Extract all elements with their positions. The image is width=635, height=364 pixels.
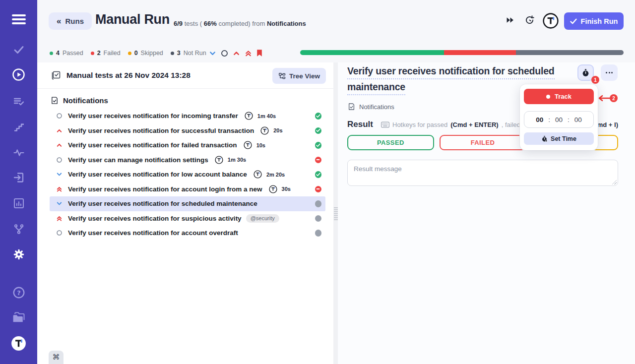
checkmark-nav-icon[interactable] xyxy=(0,44,37,56)
breadcrumb[interactable]: Notifications xyxy=(348,103,394,111)
back-to-runs-label: Runs xyxy=(65,17,84,25)
bookmark-filter-icon[interactable] xyxy=(256,49,262,57)
run-fraction: 6/9 xyxy=(174,20,183,27)
test-duration: 1m 40s xyxy=(257,113,276,119)
test-status-badge xyxy=(315,186,322,193)
command-palette-button[interactable]: ⌘ xyxy=(49,351,64,364)
testomat-logo-icon xyxy=(245,112,253,120)
test-duration: 20s xyxy=(273,127,282,133)
annotation-badge-2: 2 xyxy=(610,94,618,102)
progress-segment xyxy=(444,50,516,55)
sidebar: ? xyxy=(0,0,37,364)
timer-history-icon[interactable] xyxy=(524,15,535,25)
hotkeys-hint: Hotkeys for passed (Cmd + ENTER) , faile… xyxy=(381,121,524,128)
run-stats: 6/9 tests ( 66% completed) from Notifica… xyxy=(174,20,306,27)
test-title: Verify user receives notification for su… xyxy=(68,127,254,134)
panel-divider xyxy=(333,62,338,364)
svg-text:?: ? xyxy=(17,289,21,297)
steps-nav-icon[interactable] xyxy=(0,121,37,133)
divider-drag-handle[interactable] xyxy=(334,207,338,220)
record-dot-icon xyxy=(546,95,550,99)
test-status-badge xyxy=(315,142,322,149)
settings-gear-icon[interactable] xyxy=(0,248,37,261)
timer-seconds: 00 xyxy=(574,116,582,123)
test-row[interactable]: Verify user receives notification for su… xyxy=(50,123,325,138)
stopwatch-icon xyxy=(581,68,590,77)
chevron-down-filter-icon[interactable] xyxy=(209,50,216,57)
import-nav-icon[interactable] xyxy=(0,172,37,183)
status-label: Failed xyxy=(104,50,121,57)
priority-icon xyxy=(56,230,63,236)
help-icon[interactable]: ? xyxy=(0,286,37,299)
testomat-logo-icon xyxy=(260,126,269,135)
back-to-runs-button[interactable]: « Runs xyxy=(49,12,92,30)
track-button[interactable]: Track xyxy=(524,89,594,104)
run-title: Manual tests at 26 Nov 2024 13:28 xyxy=(66,71,190,80)
priority-filter-icons xyxy=(209,49,262,58)
progress-bar xyxy=(300,50,624,55)
priority-icon xyxy=(56,157,63,163)
folder-nav-icon[interactable] xyxy=(0,311,37,323)
testomat-logo-icon[interactable] xyxy=(543,13,559,29)
analytics-nav-icon[interactable] xyxy=(0,197,37,209)
test-row[interactable]: Verify user can manage notification sett… xyxy=(50,153,325,168)
test-duration: 30s xyxy=(282,186,291,192)
hotkeys-hint-tail: md + I) xyxy=(597,121,618,128)
chevrons-left-icon: « xyxy=(57,16,61,26)
test-status-badge xyxy=(315,113,322,120)
tree-view-button[interactable]: Tree View xyxy=(272,68,326,84)
test-title: Verify user receives notification for lo… xyxy=(68,171,247,178)
result-message-input[interactable] xyxy=(347,160,618,186)
finish-run-button[interactable]: Finish Run xyxy=(564,12,624,30)
test-row[interactable]: Verify user receives notification for sc… xyxy=(50,196,325,211)
checklist-nav-icon[interactable] xyxy=(0,96,37,108)
circle-filter-icon[interactable] xyxy=(221,50,228,57)
stopwatch-gear-icon xyxy=(541,135,548,142)
priority-icon xyxy=(56,113,63,119)
progress-segment xyxy=(516,50,624,55)
result-message-wrap xyxy=(347,160,618,186)
suite-row[interactable]: Notifications xyxy=(37,94,333,106)
run-play-nav-icon[interactable] xyxy=(0,68,37,81)
more-options-button[interactable] xyxy=(601,64,618,81)
priority-icon xyxy=(56,200,63,207)
timer-minutes: 00 xyxy=(555,116,563,123)
priority-icon xyxy=(56,215,63,222)
chevron-up-filter-icon[interactable] xyxy=(233,50,240,57)
test-row[interactable]: Verify user receives notification for in… xyxy=(50,109,325,123)
timer-display[interactable]: 00 : 00 : 00 xyxy=(524,111,594,128)
test-title: Verify user receives notification for ac… xyxy=(68,185,262,193)
branch-nav-icon[interactable] xyxy=(0,223,37,235)
test-duration: 1m 30s xyxy=(228,157,246,163)
test-row[interactable]: Verify user receives notification for fa… xyxy=(50,138,325,153)
test-status-badge xyxy=(315,215,322,222)
failed-button[interactable]: FAILED xyxy=(440,135,526,150)
chevrons-up-filter-icon[interactable] xyxy=(245,50,252,57)
status-count-item: 3 Not Run xyxy=(171,50,206,57)
testomat-logo-icon[interactable] xyxy=(0,336,37,351)
test-row[interactable]: Verify user receives notification for ac… xyxy=(50,182,325,197)
suite-doc-icon xyxy=(51,96,59,105)
fast-forward-icon[interactable] xyxy=(506,16,514,24)
timer-hours: 00 xyxy=(536,116,543,123)
test-row[interactable]: Verify user receives notification for lo… xyxy=(50,167,325,182)
run-panel-header: Manual tests at 26 Nov 2024 13:28 Tree V… xyxy=(37,62,333,89)
tree-view-label: Tree View xyxy=(289,72,320,80)
test-title: Verify user receives notification for sc… xyxy=(68,200,257,207)
hamburger-menu-icon[interactable] xyxy=(0,14,37,25)
test-row[interactable]: Verify user receives notification for ac… xyxy=(50,226,325,241)
status-count-item: 2 Failed xyxy=(91,50,121,57)
status-count: 2 xyxy=(97,50,101,57)
priority-icon xyxy=(56,127,63,134)
test-status-badge xyxy=(315,171,322,178)
passed-button[interactable]: PASSED xyxy=(347,135,434,150)
run-percent: 66% xyxy=(204,20,217,27)
testomat-logo-icon xyxy=(215,156,223,164)
set-time-button[interactable]: Set Time xyxy=(524,132,594,145)
pulse-nav-icon[interactable] xyxy=(0,147,37,159)
status-dot xyxy=(171,52,174,55)
suite-name: Notifications xyxy=(63,96,108,105)
status-count-item: 0 Skipped xyxy=(128,50,163,57)
status-label: Passed xyxy=(63,50,83,57)
test-row[interactable]: Verify user receives notification for su… xyxy=(50,211,325,226)
